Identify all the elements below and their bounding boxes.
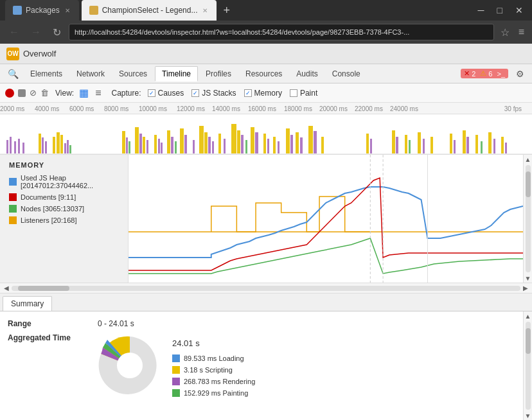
overwolf-icon: OW xyxy=(6,48,19,60)
pie-total: 24.01 s xyxy=(172,338,255,348)
tab-sources[interactable]: Sources xyxy=(112,67,154,81)
scroll-track[interactable] xyxy=(526,165,531,272)
tab-resources[interactable]: Resources xyxy=(239,67,288,81)
svg-rect-14 xyxy=(122,131,125,154)
svg-rect-60 xyxy=(423,139,425,154)
scroll-up-arrow[interactable]: ▲ xyxy=(524,155,533,164)
causes-cb-icon xyxy=(148,89,155,97)
scroll-down-arrow[interactable]: ▼ xyxy=(524,274,533,283)
summary-scroll-thumb[interactable] xyxy=(526,328,531,354)
bar-view-button[interactable]: ▦ xyxy=(78,87,90,99)
search-button[interactable]: 🔍 xyxy=(4,67,22,80)
list-view-button[interactable]: ≡ xyxy=(94,87,102,99)
svg-rect-44 xyxy=(273,137,276,154)
horizontal-scrollbar[interactable]: ◀ ▶ xyxy=(0,283,532,293)
aggregated-content: 24.01 s 89.533 ms Loading 3.18 s Scripti… xyxy=(98,333,255,398)
memory-cb-icon xyxy=(244,89,252,97)
refresh-button[interactable]: ↻ xyxy=(49,25,65,40)
svg-rect-45 xyxy=(278,141,279,154)
range-label: Range xyxy=(8,319,98,328)
record-button[interactable] xyxy=(5,89,14,98)
memory-chart[interactable] xyxy=(129,155,523,283)
legend-js-heap: Used JS Heap [20147012:37044462... xyxy=(9,174,119,189)
svg-rect-7 xyxy=(45,141,47,154)
svg-rect-39 xyxy=(245,140,247,154)
view-label: View: xyxy=(55,89,74,98)
title-bar: Packages ✕ ChampionSelect - Legend... ✕ … xyxy=(0,0,532,21)
svg-rect-42 xyxy=(263,134,266,154)
svg-rect-38 xyxy=(241,135,244,154)
tab-audits[interactable]: Audits xyxy=(290,67,324,81)
summary-scroll-up[interactable]: ▲ xyxy=(524,311,533,320)
memory-vscrollbar[interactable]: ▲ ▼ xyxy=(523,155,532,283)
svg-rect-40 xyxy=(251,127,254,154)
svg-rect-48 xyxy=(296,132,299,154)
tab-elements[interactable]: Elements xyxy=(24,67,69,81)
bookmark-icon[interactable]: ☆ xyxy=(498,25,512,40)
close-button[interactable]: ✕ xyxy=(511,4,527,17)
tab-timeline[interactable]: Timeline xyxy=(155,66,198,82)
causes-checkbox[interactable]: Causes xyxy=(148,89,184,98)
tab-network[interactable]: Network xyxy=(70,67,111,81)
legend-color-rendering xyxy=(172,378,180,385)
summary-scroll-track[interactable] xyxy=(526,322,531,410)
legend-color-js-heap xyxy=(9,178,17,186)
scroll-thumb[interactable] xyxy=(526,171,531,197)
summary-section: Summary Range 0 - 24.01 s Aggregated Tim… xyxy=(0,293,532,420)
jsstacks-checkbox[interactable]: JS Stacks xyxy=(191,89,236,98)
tab-profiles[interactable]: Profiles xyxy=(199,67,238,81)
stop-button[interactable] xyxy=(18,89,26,97)
scroll-left-arrow[interactable]: ◀ xyxy=(1,283,12,293)
devtools-toolbar: 🔍 Elements Network Sources Timeline Prof… xyxy=(0,64,532,83)
new-tab-button[interactable]: + xyxy=(219,4,234,17)
filter-button[interactable]: ⊘ xyxy=(30,88,37,98)
clear-button[interactable]: 🗑 xyxy=(40,88,49,98)
ruler-tick-5: 12000 ms xyxy=(177,105,205,112)
error-badge: ✕2 ⚠6 >_ xyxy=(461,69,508,78)
timeline-bars[interactable] xyxy=(0,114,532,154)
settings-icon[interactable]: ⚙ xyxy=(512,67,528,80)
scroll-right-arrow[interactable]: ▶ xyxy=(520,283,531,293)
memory-checkbox[interactable]: Memory xyxy=(244,89,282,98)
svg-rect-64 xyxy=(463,130,466,154)
championselect-icon xyxy=(89,6,98,15)
ruler-tick-8: 18000 ms xyxy=(284,105,312,112)
tab-championselect-close[interactable]: ✕ xyxy=(201,6,209,15)
paint-checkbox[interactable]: Paint xyxy=(290,89,317,98)
memory-chart-svg xyxy=(129,155,523,283)
summary-scroll-down[interactable]: ▼ xyxy=(524,411,533,420)
aggregated-row: Aggregated Time xyxy=(0,331,523,400)
menu-icon[interactable]: ≡ xyxy=(516,25,527,39)
legend-label-nodes: Nodes [3065:13037] xyxy=(21,205,84,213)
tab-championselect[interactable]: ChampionSelect - Legend... ✕ xyxy=(82,0,217,21)
address-input[interactable] xyxy=(69,24,494,40)
ruler-tick-4: 10000 ms xyxy=(139,105,167,112)
back-button[interactable]: ← xyxy=(5,25,23,39)
legend-color-scripting xyxy=(172,366,180,374)
svg-rect-50 xyxy=(308,126,313,154)
svg-rect-2 xyxy=(14,141,16,154)
svg-point-77 xyxy=(117,353,143,378)
maximize-button[interactable]: □ xyxy=(493,4,506,17)
timeline-visualization: 2000 ms 4000 ms 6000 ms 8000 ms 10000 ms… xyxy=(0,103,532,155)
tab-console[interactable]: Console xyxy=(326,67,367,81)
ruler-tick-11: 24000 ms xyxy=(390,105,418,112)
legend-label-loading: 89.533 ms Loading xyxy=(184,354,244,362)
capture-options: Causes JS Stacks Memory Paint xyxy=(148,89,318,98)
svg-rect-61 xyxy=(430,137,433,154)
console-btn[interactable]: >_ xyxy=(497,70,505,78)
packages-icon xyxy=(13,6,22,15)
h-scroll-track[interactable] xyxy=(12,286,520,291)
summary-vscrollbar[interactable]: ▲ ▼ xyxy=(523,311,532,420)
legend-loading: 89.533 ms Loading xyxy=(172,354,255,362)
tab-packages[interactable]: Packages ✕ xyxy=(5,0,79,21)
address-bar: ← → ↻ ☆ ≡ xyxy=(0,21,532,44)
svg-rect-15 xyxy=(126,137,128,154)
forward-button[interactable]: → xyxy=(27,25,45,39)
h-scroll-thumb[interactable] xyxy=(18,286,69,291)
summary-tab[interactable]: Summary xyxy=(3,296,52,311)
svg-rect-4 xyxy=(22,143,24,154)
overwolf-bar: OW Overwolf xyxy=(0,44,532,64)
minimize-button[interactable]: ─ xyxy=(474,4,488,17)
tab-packages-close[interactable]: ✕ xyxy=(64,6,71,15)
